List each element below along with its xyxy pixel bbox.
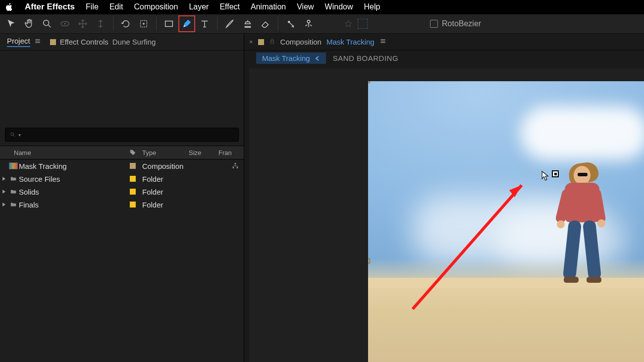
roto-brush-tool-icon[interactable] (283, 16, 298, 31)
composition-name[interactable]: Mask Tracking (326, 38, 375, 46)
col-frame[interactable]: Fran (216, 149, 244, 156)
pen-cursor-icon (541, 170, 559, 181)
menu-composition[interactable]: Composition (134, 2, 178, 11)
pan-tool-icon[interactable] (75, 16, 90, 31)
menu-window[interactable]: Window (325, 2, 353, 11)
layer-color-swatch (258, 39, 264, 45)
list-item[interactable]: Solids Folder (0, 185, 244, 198)
list-item[interactable]: Finals Folder (0, 198, 244, 211)
rotobezier-checkbox[interactable] (430, 20, 438, 28)
breadcrumb-active[interactable]: Mask Tracking (256, 52, 326, 64)
svg-point-4 (143, 23, 145, 25)
menu-edit[interactable]: Edit (109, 2, 123, 11)
project-panel-tabs: Project Effect Controls Dune Surfing (0, 34, 244, 51)
color-swatch-icon (130, 202, 136, 207)
orbit-tool-icon[interactable] (57, 16, 72, 31)
expand-arrow-icon[interactable] (0, 176, 8, 181)
selection-handle-icon[interactable] (368, 259, 370, 263)
panel-menu-icon[interactable] (379, 38, 386, 46)
puppet-pin-tool-icon[interactable] (301, 16, 316, 31)
rotobezier-option[interactable]: RotoBezier (430, 19, 481, 28)
svg-point-8 (307, 20, 310, 23)
project-panel: Project Effect Controls Dune Surfing ▾ N… (0, 34, 244, 362)
svg-point-2 (64, 23, 66, 25)
svg-point-7 (288, 21, 290, 23)
project-columns-header: Name Type Size Fran (0, 146, 244, 159)
panel-menu-icon[interactable] (34, 38, 41, 46)
composition-label: Composition (280, 38, 322, 46)
toolbar: RotoBezier (0, 14, 644, 34)
rectangle-tool-icon[interactable] (161, 16, 176, 31)
expand-arrow-icon[interactable] (0, 202, 8, 207)
tool-option-area (344, 19, 368, 29)
folder-icon (8, 188, 19, 195)
svg-rect-5 (165, 21, 173, 27)
svg-rect-11 (233, 167, 234, 168)
layer-color-swatch (50, 39, 56, 45)
svg-point-9 (11, 133, 14, 136)
menu-animation[interactable]: Animation (251, 2, 286, 11)
anchor-tool-icon[interactable] (136, 16, 151, 31)
rotobezier-label: RotoBezier (442, 19, 481, 28)
selection-handle-icon[interactable] (368, 81, 370, 83)
eraser-tool-icon[interactable] (258, 16, 273, 31)
selection-tool-icon[interactable] (4, 16, 19, 31)
canvas[interactable] (368, 81, 644, 362)
menu-help[interactable]: Help (364, 2, 380, 11)
fill-swatch-icon[interactable] (358, 19, 368, 29)
composition-breadcrumb: Mask Tracking SAND BOARDING (244, 51, 644, 65)
dolly-tool-icon[interactable] (93, 16, 108, 31)
svg-rect-13 (270, 41, 274, 44)
project-search-input[interactable]: ▾ (5, 128, 239, 142)
list-item[interactable]: Mask Tracking Composition (0, 159, 244, 172)
svg-point-0 (44, 20, 49, 26)
list-item[interactable]: Source Files Folder (0, 172, 244, 185)
col-type[interactable]: Type (139, 149, 189, 156)
tab-effect-controls[interactable]: Effect Controls Dune Surfing (50, 38, 156, 46)
star-icon[interactable] (344, 19, 353, 28)
col-name[interactable]: Name (0, 149, 126, 156)
brush-tool-icon[interactable] (222, 16, 237, 31)
menu-layer[interactable]: Layer (189, 2, 209, 11)
color-swatch-icon (130, 189, 136, 195)
menu-effect[interactable]: Effect (219, 2, 240, 11)
svg-rect-10 (235, 163, 236, 164)
composition-icon (8, 162, 19, 169)
close-tab-icon[interactable]: × (249, 38, 253, 46)
pen-tool-icon[interactable] (179, 16, 194, 31)
menu-file[interactable]: File (86, 2, 99, 11)
project-rows: Mask Tracking Composition Source Files F… (0, 159, 244, 211)
color-swatch-icon (130, 163, 136, 169)
col-label-icon[interactable] (126, 149, 139, 156)
breadcrumb-next[interactable]: SAND BOARDING (333, 54, 398, 62)
folder-icon (8, 175, 19, 182)
composition-panel: × Composition Mask Tracking Mask Trackin… (244, 34, 644, 362)
app-name[interactable]: After Effects (25, 2, 75, 12)
flowchart-icon[interactable] (189, 162, 244, 169)
zoom-tool-icon[interactable] (40, 16, 54, 31)
svg-point-6 (184, 25, 185, 27)
composition-viewer[interactable] (249, 68, 644, 362)
macos-menubar: After Effects File Edit Composition Laye… (0, 0, 644, 14)
tab-project[interactable]: Project (7, 37, 41, 47)
rotate-tool-icon[interactable] (118, 16, 133, 31)
svg-rect-12 (237, 167, 238, 168)
hand-tool-icon[interactable] (22, 16, 37, 31)
col-size[interactable]: Size (189, 149, 216, 156)
clone-stamp-tool-icon[interactable] (240, 16, 255, 31)
menu-view[interactable]: View (297, 2, 314, 11)
apple-icon[interactable] (5, 2, 14, 11)
lock-icon[interactable] (269, 38, 275, 46)
color-swatch-icon (130, 176, 136, 182)
type-tool-icon[interactable] (197, 16, 212, 31)
subject-person (550, 166, 609, 290)
composition-panel-tabs: × Composition Mask Tracking (244, 34, 644, 51)
chevron-left-icon (315, 54, 320, 62)
folder-icon (8, 201, 19, 208)
expand-arrow-icon[interactable] (0, 189, 8, 194)
